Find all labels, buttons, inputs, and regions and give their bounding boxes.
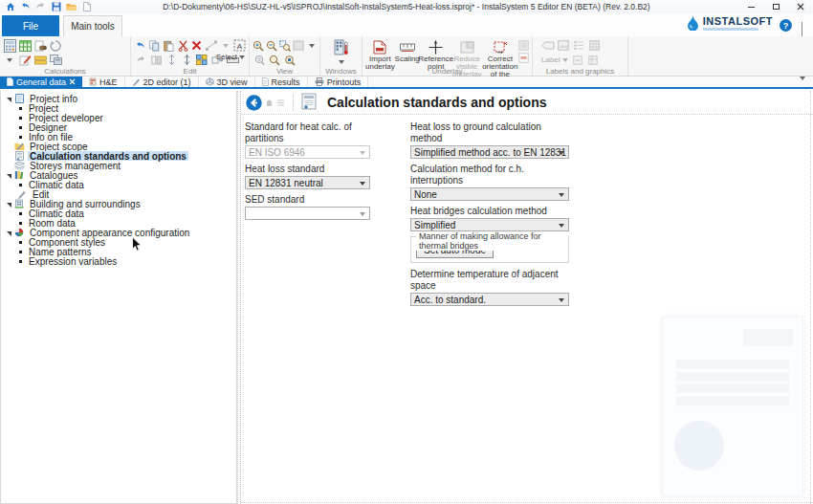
update-icon[interactable] (49, 39, 62, 53)
expander-icon[interactable] (7, 174, 11, 179)
tree-item-name-patterns[interactable]: Name patterns (1, 247, 236, 256)
save-icon[interactable] (51, 2, 61, 12)
tree-item-project-scope[interactable]: Project scope (1, 142, 236, 151)
tree-item-climatic-data-catalogues[interactable]: Climatic data (1, 180, 236, 189)
nav-list-icon[interactable] (276, 99, 285, 107)
watermark-badge (743, 329, 793, 346)
sed-standard-select[interactable] (245, 207, 370, 220)
tree-item-designer[interactable]: Designer (1, 122, 236, 132)
title-bar: D:\D-Dokumenty\06-HS\SUZ-HL-v5\ISPROJ\In… (0, 0, 813, 13)
tree-item-project-developer[interactable]: Project developer (1, 113, 236, 122)
heat-loss-standard-select[interactable]: EN 12831 neutral (245, 176, 370, 189)
zoom-all-icon[interactable] (268, 54, 281, 67)
chevron-down-icon (559, 151, 564, 155)
edit-data-icon[interactable] (18, 54, 32, 67)
calculator-icon[interactable] (3, 39, 16, 53)
select-frame-icon[interactable]: A (233, 39, 246, 53)
tree-item-room-data[interactable]: Room data (1, 218, 236, 228)
move-icon[interactable] (205, 39, 217, 53)
minimize-button[interactable] (738, 0, 763, 13)
results-table-icon[interactable] (18, 39, 32, 53)
undo-edit-icon[interactable] (134, 39, 146, 53)
tree-item-edit-catalogues[interactable]: Edit (1, 189, 236, 199)
application-window: D:\D-Dokumenty\06-HS\SUZ-HL-v5\ISPROJ\In… (0, 0, 813, 504)
expander-icon[interactable] (7, 231, 11, 236)
tab-label: 2D editor (1) (143, 77, 191, 87)
nav-home-icon[interactable] (265, 99, 274, 107)
help-button[interactable]: ? (780, 19, 792, 32)
tab-2d-editor[interactable]: 2D editor (1) (125, 77, 199, 87)
paste-icon[interactable] (163, 39, 175, 53)
open-folder-icon[interactable] (66, 2, 77, 12)
graphics-extra2-icon (588, 54, 599, 67)
new-file-icon[interactable] (81, 2, 92, 12)
align-horizontal-icon[interactable] (180, 54, 193, 67)
audit-icon[interactable] (33, 39, 47, 53)
tree-item-climatic-data-building[interactable]: Climatic data (1, 208, 236, 218)
ribbon-group-underlay: Import underlay Scaling Reference point … (363, 36, 533, 76)
file-menu-button[interactable]: File (2, 15, 59, 36)
copy-icon[interactable] (148, 39, 161, 53)
zoom-in-icon[interactable] (253, 39, 264, 53)
zoom-previous-icon[interactable] (293, 39, 304, 53)
undo-icon[interactable] (20, 2, 31, 12)
back-button[interactable] (246, 95, 262, 111)
expander-icon[interactable] (7, 203, 11, 208)
maximize-button[interactable] (763, 0, 788, 13)
close-button[interactable] (788, 0, 813, 13)
brand-name: INSTALSOFT (703, 15, 773, 27)
cut-icon[interactable] (177, 39, 189, 53)
select-button[interactable]: Select (216, 53, 245, 61)
tree-item-project-info[interactable]: Project info (1, 94, 236, 103)
header-nav-icons (265, 99, 285, 107)
tab-3d-view[interactable]: 3D view (199, 77, 255, 87)
rotate-icon[interactable] (219, 39, 231, 53)
tab-results[interactable]: Results (255, 77, 308, 87)
tab-printouts[interactable]: Printouts (308, 77, 369, 87)
tree-item-info-on-file[interactable]: Info on file (1, 132, 236, 142)
align-vertical-icon[interactable] (165, 54, 178, 67)
tree-item-component-styles[interactable]: Component styles (1, 237, 236, 247)
data-list-icon[interactable] (33, 54, 47, 67)
tree-item-expression-variables[interactable]: Expression variables (1, 256, 236, 266)
zoom-out-icon[interactable] (266, 39, 277, 53)
field-label: Determine temperature of adjacent space (410, 269, 569, 292)
label-tag-icon (541, 39, 555, 53)
tab-general-data[interactable]: General data (0, 77, 82, 87)
tree-item-catalogues[interactable]: Catalogues (1, 170, 236, 180)
expander-icon[interactable] (7, 98, 11, 102)
mirror-icon[interactable] (149, 54, 163, 67)
zoom-window-icon[interactable] (279, 39, 291, 53)
tab-main-tools[interactable]: Main tools (63, 15, 122, 36)
home-icon[interactable] (5, 2, 15, 12)
tree-item-project[interactable]: Project (1, 103, 236, 113)
adjacent-space-temp-select[interactable]: Acc. to standard. (410, 293, 569, 306)
delete-icon[interactable] (190, 39, 203, 53)
reference-point-button[interactable]: Reference point (420, 38, 452, 71)
tree-item-storeys-management[interactable]: Storeys management (1, 161, 236, 170)
calc-standards-icon (13, 151, 25, 161)
redo-edit-icon[interactable] (134, 54, 147, 67)
scaling-button[interactable]: Scaling (395, 38, 420, 63)
water-drop-icon (687, 15, 699, 31)
thermal-bridges-group: Manner of making allowance for thermal b… (410, 236, 569, 263)
windows-building-icon[interactable] (333, 38, 350, 55)
zoom-selection-icon[interactable] (283, 54, 297, 67)
pan-icon[interactable] (253, 54, 266, 67)
tab-he[interactable]: H&E (82, 77, 125, 87)
view-dropdown-caret[interactable] (306, 39, 317, 53)
heat-bridges-method-select[interactable]: Simplified (410, 218, 569, 231)
tree-item-building-surroundings[interactable]: Building and surroundings (1, 199, 236, 208)
ch-interruptions-method-select[interactable]: None (410, 187, 569, 201)
redo-icon[interactable] (35, 2, 46, 12)
ground-heat-loss-method-select[interactable]: Simplified method acc. to EN 12831 (410, 145, 569, 159)
config-tables-icon[interactable] (49, 54, 62, 67)
collapse-ribbon-button[interactable] (802, 23, 809, 31)
tab-close-icon[interactable] (69, 78, 76, 85)
calculations-dropdown-caret[interactable] (3, 54, 16, 67)
tree-item-calculation-standards[interactable]: Calculation standards and options (1, 151, 236, 161)
array-icon[interactable] (195, 54, 209, 67)
tree-item-component-appearance[interactable]: Component appearance configuration (1, 228, 236, 237)
component-config-icon (13, 228, 25, 237)
import-underlay-button[interactable]: Import underlay (365, 38, 395, 71)
